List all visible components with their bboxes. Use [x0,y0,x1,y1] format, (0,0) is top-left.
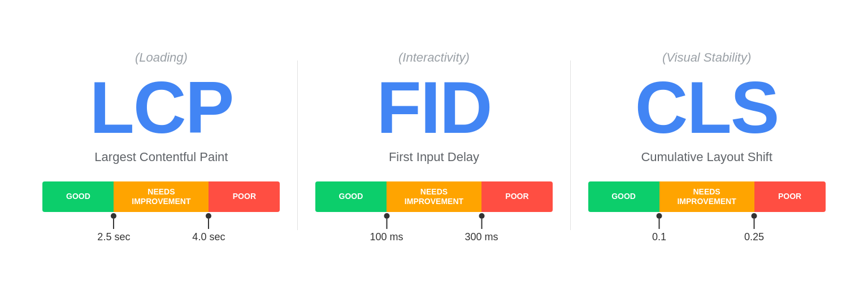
lcp-marker1-label: 2.5 sec [97,231,130,243]
lcp-needs-segment: NEEDS IMPROVEMENT [114,181,209,212]
lcp-poor-segment: POOR [209,181,280,212]
cls-marker1-dot [657,213,662,219]
fid-marker2-line [481,219,482,229]
cls-subtitle: (Visual Stability) [662,50,751,65]
fid-bar: GOOD NEEDS IMPROVEMENT POOR [315,181,553,212]
cls-name: Cumulative Layout Shift [641,150,772,165]
cls-marker1: 0.1 [652,212,666,243]
fid-marker2: 300 ms [465,212,498,243]
lcp-marker2-dot [206,213,211,219]
cls-marker2-label: 0.25 [744,231,764,243]
cls-good-segment: GOOD [588,181,659,212]
fid-marker2-label: 300 ms [465,231,498,243]
cls-marker1-label: 0.1 [652,231,666,243]
lcp-markers: 2.5 sec 4.0 sec [42,212,280,240]
lcp-marker1-line [113,219,114,229]
metric-lcp: (Loading) LCP Largest Contentful Paint G… [42,50,280,240]
fid-marker1-dot [384,213,389,219]
fid-marker2-dot [479,213,484,219]
cls-marker2: 0.25 [744,212,764,243]
cls-bar: GOOD NEEDS IMPROVEMENT POOR [588,181,826,212]
cls-scale: GOOD NEEDS IMPROVEMENT POOR 0.1 0.25 [588,181,826,240]
cls-needs-segment: NEEDS IMPROVEMENT [659,181,754,212]
cls-acronym: CLS [635,71,779,144]
metric-cls: (Visual Stability) CLS Cumulative Layout… [588,50,826,240]
fid-subtitle: (Interactivity) [398,50,470,65]
lcp-marker2-label: 4.0 sec [192,231,225,243]
lcp-marker2-line [208,219,209,229]
fid-markers: 100 ms 300 ms [315,212,553,240]
fid-marker1-line [386,219,387,229]
fid-marker1-label: 100 ms [370,231,403,243]
fid-marker1: 100 ms [370,212,403,243]
cls-marker2-dot [752,213,757,219]
lcp-name: Largest Contentful Paint [94,150,228,165]
cls-marker2-line [754,219,755,229]
fid-good-segment: GOOD [315,181,387,212]
cls-markers: 0.1 0.25 [588,212,826,240]
lcp-acronym: LCP [89,71,233,144]
lcp-marker1-dot [111,213,116,219]
fid-acronym: FID [376,71,491,144]
cls-poor-segment: POOR [754,181,826,212]
lcp-marker1: 2.5 sec [97,212,130,243]
cls-marker1-line [659,219,660,229]
lcp-scale: GOOD NEEDS IMPROVEMENT POOR 2.5 sec 4.0 … [42,181,280,240]
lcp-good-segment: GOOD [42,181,114,212]
divider-1 [297,60,298,230]
lcp-bar: GOOD NEEDS IMPROVEMENT POOR [42,181,280,212]
fid-poor-segment: POOR [481,181,553,212]
fid-needs-segment: NEEDS IMPROVEMENT [387,181,481,212]
lcp-marker2: 4.0 sec [192,212,225,243]
fid-name: First Input Delay [389,150,479,165]
divider-2 [570,60,571,230]
metric-fid: (Interactivity) FID First Input Delay GO… [315,50,553,240]
fid-scale: GOOD NEEDS IMPROVEMENT POOR 100 ms 300 m… [315,181,553,240]
lcp-subtitle: (Loading) [135,50,188,65]
main-container: (Loading) LCP Largest Contentful Paint G… [0,39,868,252]
